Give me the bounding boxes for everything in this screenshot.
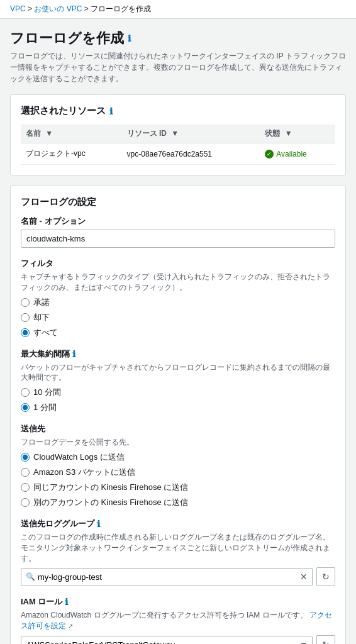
resource-info-icon[interactable]: ℹ (109, 106, 113, 116)
filter-radio-accept-input[interactable] (21, 298, 30, 307)
log-group-label: 送信先ロググループ (21, 518, 94, 530)
iam-select-wrap: AWSServiceRoleForVPCTransitGateway ▼ (21, 636, 313, 644)
filter-radio-all-input[interactable] (21, 328, 30, 337)
dest-kinesis-other-input[interactable] (21, 498, 30, 507)
filter-field-group: フィルタ キャプチャするトラフィックのタイプ（受け入れられたトラフィックのみ、拒… (21, 258, 335, 338)
page-title: フローログを作成 (10, 29, 124, 48)
dest-kinesis-other-label: 別のアカウントの Kinesis Firehose に送信 (33, 497, 188, 508)
filter-desc: キャプチャするトラフィックのタイプ（受け入れられたトラフィックのみ、拒否されたト… (21, 272, 335, 293)
destination-radio-group: CloudWatch Logs に送信 Amazon S3 バケットに送信 同じ… (21, 452, 335, 508)
iam-role-field-group: IAM ロール ℹ Amazon CloudWatch ロググループに発行するア… (21, 596, 335, 644)
interval-field-group: 最大集約間隔 ℹ パケットのフローがキャプチャされてからフローログレコードに集約… (21, 348, 335, 414)
name-field-group: 名前 - オプション (21, 216, 335, 248)
name-input[interactable] (21, 230, 335, 248)
iam-role-select[interactable]: AWSServiceRoleForVPCTransitGateway (21, 636, 313, 644)
page-info-icon[interactable]: ℹ (128, 33, 131, 43)
filter-radio-group: 承諾 却下 すべて (21, 297, 335, 338)
external-link-icon: ↗ (68, 623, 73, 630)
dest-kinesis-other[interactable]: 別のアカウントの Kinesis Firehose に送信 (21, 497, 335, 508)
interval-10min-label: 10 分間 (33, 387, 61, 398)
resource-status: Available (260, 143, 335, 165)
table-row: プロジェクト-vpc vpc-08ae76ea76dc2a551 Availab… (21, 143, 335, 165)
filter-radio-accept[interactable]: 承諾 (21, 297, 335, 308)
interval-desc: パケットのフローがキャプチャされてからフローログレコードに集約されるまでの間隔の… (21, 362, 335, 384)
breadcrumb: VPC > お使いの VPC > フローログを作成 (0, 0, 356, 19)
log-group-input-wrap: 🔍 ✕ (21, 568, 313, 586)
iam-role-label: IAM ロール (21, 596, 62, 608)
col-status: 状態 ▼ (260, 125, 335, 143)
log-group-desc: このフローログの作成時に作成される新しいロググループ名または既存のロググループ名… (21, 532, 335, 564)
log-group-input[interactable] (21, 568, 313, 586)
dest-s3-label: Amazon S3 バケットに送信 (33, 467, 135, 478)
destination-label: 送信先 (21, 423, 45, 435)
breadcrumb-vpc[interactable]: VPC (10, 4, 26, 13)
filter-accept-label: 承諾 (33, 297, 50, 308)
dest-kinesis-same-label: 同じアカウントの Kinesis Firehose に送信 (33, 482, 188, 493)
resource-id: vpc-08ae76ea76dc2a551 (122, 143, 260, 165)
interval-radio-10min[interactable]: 10 分間 (21, 387, 335, 398)
resource-table: 名前 ▼ リソース ID ▼ 状態 ▼ プロジェクト-vpc vp (21, 125, 335, 165)
page-description: フローログでは、リソースに関連付けられたネットワークインターフェイスの IP ト… (10, 50, 346, 84)
iam-refresh-button[interactable]: ↻ (316, 635, 335, 644)
filter-radio-all[interactable]: すべて (21, 327, 335, 338)
settings-section-title: フローログの設定 (21, 196, 96, 208)
interval-radio-1min-input[interactable] (21, 403, 30, 412)
dest-kinesis-same[interactable]: 同じアカウントの Kinesis Firehose に送信 (21, 482, 335, 493)
resource-card: 選択されたリソース ℹ 名前 ▼ リソース ID ▼ 状態 ▼ (10, 94, 346, 175)
log-group-refresh-button[interactable]: ↻ (316, 567, 335, 586)
log-group-info-icon[interactable]: ℹ (97, 519, 100, 529)
dest-cloudwatch-label: CloudWatch Logs に送信 (33, 452, 125, 463)
col-resource-id: リソース ID ▼ (122, 125, 260, 143)
iam-info-icon[interactable]: ℹ (65, 597, 68, 607)
log-group-input-row: 🔍 ✕ ↻ (21, 567, 335, 586)
filter-radio-reject[interactable]: 却下 (21, 312, 335, 323)
name-label: 名前 - オプション (21, 216, 86, 227)
log-group-field-group: 送信先ロググループ ℹ このフローログの作成時に作成される新しいロググループ名ま… (21, 518, 335, 586)
dest-cloudwatch-input[interactable] (21, 453, 30, 462)
log-group-clear-icon[interactable]: ✕ (300, 572, 308, 582)
filter-radio-reject-input[interactable] (21, 313, 30, 322)
resource-section-title: 選択されたリソース (21, 105, 106, 117)
filter-label: フィルタ (21, 258, 53, 269)
resource-name: プロジェクト-vpc (21, 143, 122, 165)
dest-s3-input[interactable] (21, 468, 30, 477)
interval-info-icon[interactable]: ℹ (72, 349, 75, 359)
col-name: 名前 ▼ (21, 125, 122, 143)
destination-field-group: 送信先 フローログデータを公開する先。 CloudWatch Logs に送信 … (21, 423, 335, 508)
search-icon: 🔍 (26, 572, 35, 581)
dest-kinesis-same-input[interactable] (21, 483, 30, 492)
interval-radio-10min-input[interactable] (21, 388, 30, 397)
dest-cloudwatch[interactable]: CloudWatch Logs に送信 (21, 452, 335, 463)
filter-reject-label: 却下 (33, 312, 50, 323)
interval-label: 最大集約間隔 (21, 348, 70, 360)
dest-s3[interactable]: Amazon S3 バケットに送信 (21, 467, 335, 478)
destination-desc: フローログデータを公開する先。 (21, 437, 335, 448)
filter-all-label: すべて (33, 327, 58, 338)
breadcrumb-current: フローログを作成 (91, 4, 151, 13)
interval-radio-1min[interactable]: 1 分間 (21, 402, 335, 413)
iam-row: AWSServiceRoleForVPCTransitGateway ▼ ↻ (21, 635, 335, 644)
breadcrumb-my-vpc[interactable]: お使いの VPC (34, 4, 82, 13)
interval-radio-group: 10 分間 1 分間 (21, 387, 335, 413)
settings-card: フローログの設定 名前 - オプション フィルタ キャプチャするトラフィックのタ… (10, 186, 346, 644)
iam-desc: Amazon CloudWatch ロググループに発行するアクセス許可を持つ I… (21, 610, 335, 631)
interval-1min-label: 1 分間 (33, 402, 57, 413)
